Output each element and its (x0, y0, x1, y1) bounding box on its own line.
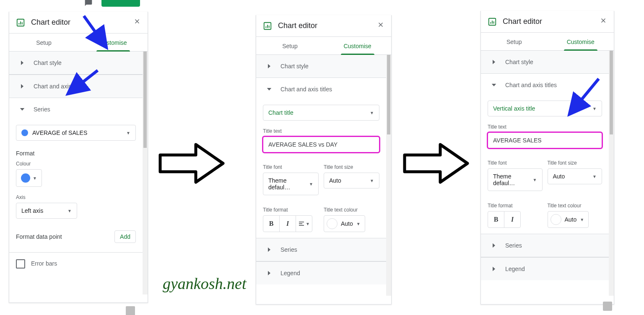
caret-down-icon: ▼ (33, 176, 37, 181)
title-font-label: Title font (488, 160, 543, 166)
flow-arrow-icon (156, 138, 227, 188)
panel-header: Chart editor (9, 12, 148, 34)
chart-editor-panel-3: Chart editor Setup Customise Chart style… (480, 11, 614, 305)
chevron-right-icon (265, 62, 273, 70)
scroll-down-button[interactable] (126, 306, 135, 315)
title-font-size-select[interactable]: Auto ▼ (324, 173, 379, 188)
section-series[interactable]: Series (256, 238, 386, 261)
chevron-right-icon (265, 269, 273, 277)
title-font-value: Theme defaul… (493, 173, 529, 186)
align-button[interactable]: ▼ (296, 216, 312, 232)
chevron-down-icon (18, 106, 26, 113)
tab-bar: Setup Customise (256, 37, 391, 55)
title-font-size-label: Title font size (548, 160, 602, 166)
section-chart-style[interactable]: Chart style (9, 52, 143, 75)
colour-label: Colour (16, 161, 136, 167)
caret-down-icon: ▼ (356, 222, 361, 226)
tab-setup[interactable]: Setup (9, 34, 78, 51)
panel-header: Chart editor (481, 11, 614, 33)
title-format-label: Title format (263, 207, 319, 213)
section-chart-style[interactable]: Chart style (256, 55, 386, 78)
chevron-right-icon (490, 242, 498, 249)
toolbar-share-remnant (101, 0, 140, 7)
scroll-down-button[interactable] (603, 302, 612, 311)
close-icon[interactable] (377, 21, 384, 31)
section-chart-axis-titles[interactable]: Chart and axis titles (481, 74, 609, 96)
italic-button[interactable]: I (504, 212, 520, 227)
tab-setup[interactable]: Setup (256, 37, 324, 54)
flow-arrow-icon (400, 138, 472, 188)
title-colour-value: Auto (341, 220, 353, 227)
section-chart-axis-titles[interactable]: Chart and axis titles (9, 75, 143, 98)
title-font-size-value: Auto (329, 177, 341, 184)
title-text-input[interactable] (263, 137, 379, 152)
colour-picker[interactable]: ▼ (16, 169, 42, 187)
close-icon[interactable] (600, 17, 607, 26)
section-label: Chart and axis titles (280, 86, 332, 93)
axis-select[interactable]: Left axis ▼ (16, 203, 77, 219)
title-text-label: Title text (488, 124, 602, 130)
caret-down-icon: ▼ (126, 131, 130, 135)
scrollbar[interactable] (143, 52, 148, 294)
scrollbar-thumb[interactable] (387, 55, 390, 134)
section-legend[interactable]: Legend (481, 257, 609, 280)
scrollbar-thumb[interactable] (143, 52, 147, 148)
section-label: Legend (505, 266, 525, 272)
section-chart-axis-titles[interactable]: Chart and axis titles (256, 78, 386, 101)
tab-customise[interactable]: Customise (78, 34, 148, 51)
title-text-label: Title text (263, 128, 379, 134)
italic-button[interactable]: I (280, 216, 296, 232)
caret-down-icon: ▼ (580, 217, 584, 222)
chart-editor-panel-1: Chart editor Setup Customise Chart style (9, 12, 148, 303)
scrollbar[interactable] (609, 51, 614, 296)
title-type-select[interactable]: Chart title ▼ (263, 105, 379, 121)
tab-customise[interactable]: Customise (324, 37, 391, 54)
titles-body: Chart title ▼ Title text Title font Them… (256, 101, 386, 238)
caret-down-icon: ▼ (592, 174, 597, 179)
bold-button[interactable]: B (263, 216, 280, 232)
title-font-select[interactable]: Theme defaul… ▼ (488, 168, 543, 191)
section-label: Chart style (280, 63, 309, 70)
title-font-size-value: Auto (553, 173, 565, 180)
tab-customise[interactable]: Customise (548, 33, 614, 50)
title-format-group: B I ▼ (263, 215, 312, 232)
colour-swatch (327, 218, 338, 229)
series-body: AVERAGE of SALES ▼ Format Colour ▼ Axis … (9, 121, 143, 274)
title-type-value: Chart title (268, 109, 293, 116)
section-chart-style[interactable]: Chart style (481, 51, 609, 74)
series-select[interactable]: AVERAGE of SALES ▼ (16, 125, 136, 141)
caret-down-icon: ▼ (370, 111, 374, 115)
section-legend[interactable]: Legend (256, 261, 386, 284)
title-text-input[interactable] (488, 132, 602, 148)
chart-icon (263, 21, 272, 31)
add-button[interactable]: Add (114, 230, 136, 243)
section-series[interactable]: Series (9, 98, 143, 121)
panel-header: Chart editor (256, 15, 391, 37)
close-icon[interactable] (133, 18, 141, 27)
scrollbar-thumb[interactable] (610, 51, 613, 134)
caret-down-icon: ▼ (592, 106, 597, 111)
series-selected-label: AVERAGE of SALES (32, 129, 87, 136)
title-colour-picker[interactable]: Auto ▼ (324, 215, 365, 232)
title-colour-picker[interactable]: Auto ▼ (548, 211, 589, 228)
title-font-value: Theme defaul… (268, 177, 305, 191)
section-label: Legend (280, 270, 300, 276)
scrollbar[interactable] (386, 55, 391, 296)
error-bars-checkbox[interactable] (16, 259, 25, 269)
panel-title: Chart editor (503, 17, 542, 26)
format-heading: Format (16, 150, 136, 157)
bold-button[interactable]: B (488, 212, 504, 227)
tab-bar: Setup Customise (9, 34, 148, 52)
title-font-select[interactable]: Theme defaul… ▼ (263, 173, 319, 195)
title-font-size-label: Title font size (324, 164, 379, 170)
format-data-point-label: Format data point (16, 233, 62, 240)
axis-label: Axis (16, 194, 136, 200)
title-font-label: Title font (263, 164, 319, 170)
section-label: Chart and axis titles (505, 82, 557, 88)
title-type-select[interactable]: Vertical axis title ▼ (488, 101, 602, 116)
tab-setup[interactable]: Setup (481, 33, 548, 50)
title-font-size-select[interactable]: Auto ▼ (548, 168, 602, 184)
tab-bar: Setup Customise (481, 33, 614, 51)
panel-title: Chart editor (31, 18, 70, 27)
section-series[interactable]: Series (481, 234, 609, 257)
